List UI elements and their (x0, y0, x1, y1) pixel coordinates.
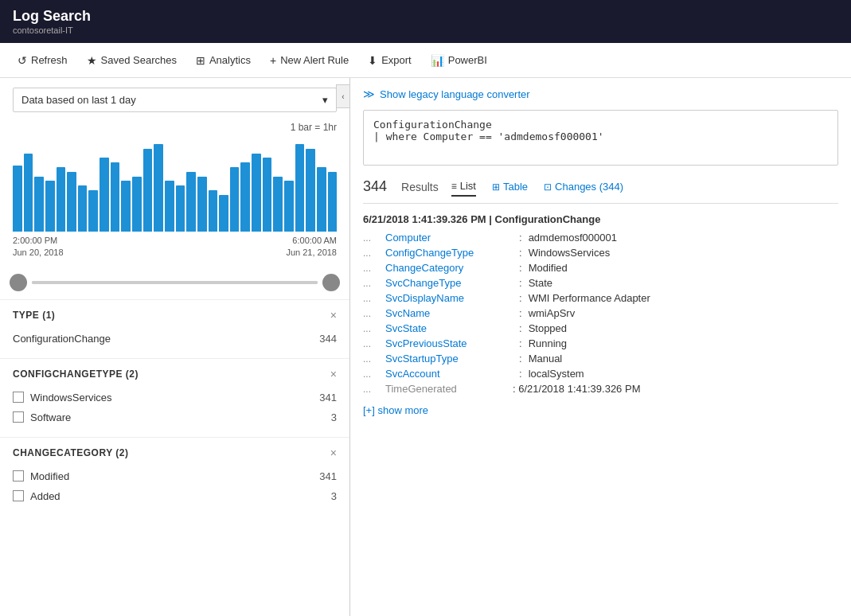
field-dots: ... (363, 338, 385, 349)
show-more-link[interactable]: [+] show more (363, 404, 838, 416)
chart-bar (209, 190, 218, 232)
export-button[interactable]: ⬇ Export (360, 50, 420, 71)
results-header: 344 Results ≡List⊞Table⊡Changes (344) (363, 177, 838, 204)
field-value: State (529, 277, 552, 289)
field-name[interactable]: SvcState (385, 322, 513, 334)
field-dots: ... (363, 248, 385, 259)
results-tabs: ≡List⊞Table⊡Changes (344) (451, 177, 623, 197)
field-value: Manual (529, 353, 563, 365)
field-name[interactable]: SvcDisplayName (385, 292, 513, 304)
field-name[interactable]: SvcName (385, 307, 513, 319)
query-editor[interactable]: ConfigurationChange | where Computer == … (363, 110, 838, 166)
result-field: ...ConfigChangeType:WindowsServices (363, 245, 838, 260)
star-icon: ★ (87, 54, 97, 67)
chart-bar (121, 181, 131, 232)
filter-item-name[interactable]: Software (30, 411, 71, 423)
app-title: Log Search (13, 8, 838, 25)
date-selector[interactable]: Data based on last 1 day ▾ (13, 88, 337, 112)
result-field: ...SvcAccount:localSystem (363, 366, 838, 381)
field-value: admdemosf000001 (529, 232, 617, 244)
powerbi-button[interactable]: 📊 PowerBI (423, 50, 495, 71)
filter-row: Added3 (13, 486, 337, 506)
filter-checkbox[interactable] (13, 411, 24, 423)
filter-close-type[interactable]: × (330, 310, 337, 321)
filter-section-type: TYPE (1)×ConfigurationChange344 (0, 299, 349, 358)
field-dots: ... (363, 293, 385, 304)
field-dots: ... (363, 353, 385, 365)
chart-area: 1 bar = 1hr 2:00:00 PM Jun 20, 2018 6:00… (0, 122, 349, 266)
filter-checkbox[interactable] (13, 470, 24, 481)
powerbi-icon: 📊 (431, 54, 444, 67)
table-tab-icon: ⊞ (492, 181, 500, 193)
field-value: wmiApSrv (529, 307, 576, 319)
chart-bar (132, 177, 142, 232)
tab-list[interactable]: ≡List (451, 177, 476, 197)
field-name[interactable]: SvcPreviousState (385, 337, 513, 349)
range-track (32, 281, 318, 284)
field-name[interactable]: ConfigChangeType (385, 247, 513, 259)
tab-changes[interactable]: ⊡Changes (344) (544, 177, 623, 196)
list-tab-icon: ≡ (451, 181, 457, 192)
range-slider[interactable] (0, 266, 349, 299)
changes-tab-icon: ⊡ (544, 181, 552, 193)
filter-section-changecategory: CHANGECATEGORY (2)×Modified341Added3 (0, 437, 349, 516)
result-field: ...SvcName:wmiApSrv (363, 306, 838, 321)
filter-row: ConfigurationChange344 (13, 329, 337, 349)
chart-bar (176, 185, 185, 232)
filter-checkbox[interactable] (13, 490, 24, 501)
range-fill (32, 281, 318, 284)
chart-bar (88, 190, 98, 232)
chart-bar (284, 181, 294, 232)
collapse-button[interactable]: ‹ (336, 84, 350, 108)
analytics-button[interactable]: ⊞ Analytics (188, 50, 259, 71)
field-name[interactable]: Computer (385, 232, 513, 244)
chart-bar (186, 172, 196, 232)
field-name: TimeGenerated (385, 383, 513, 395)
filter-item-name[interactable]: Added (30, 490, 61, 502)
result-header: 6/21/2018 1:41:39.326 PM | Configuration… (363, 213, 838, 225)
filter-item-count: 344 (319, 333, 337, 345)
field-dots: ... (363, 232, 385, 244)
chart-bar (295, 144, 305, 232)
chart-bar (252, 154, 261, 232)
field-name[interactable]: SvcStartupType (385, 353, 513, 365)
field-name[interactable]: SvcAccount (385, 368, 513, 380)
result-field: ...Computer:admdemosf000001 (363, 230, 838, 245)
field-dots: ... (363, 308, 385, 319)
legacy-converter-link[interactable]: ≫ Show legacy language converter (363, 88, 838, 100)
range-handle-left[interactable] (10, 274, 27, 291)
new-alert-button[interactable]: + New Alert Rule (262, 50, 357, 71)
field-value: Running (529, 337, 567, 349)
refresh-icon: ↺ (18, 54, 27, 67)
result-field: ...SvcPreviousState:Running (363, 336, 838, 351)
field-name[interactable]: ChangeCategory (385, 262, 513, 274)
filter-item-name[interactable]: Modified (30, 470, 69, 482)
chart-bar (306, 149, 315, 232)
toolbar: ↺ Refresh ★ Saved Searches ⊞ Analytics +… (0, 43, 851, 78)
chart-bar (67, 172, 76, 232)
filter-close-changecategory[interactable]: × (330, 447, 337, 458)
result-field: ...ChangeCategory:Modified (363, 260, 838, 275)
chart-bar (219, 195, 228, 232)
tab-table[interactable]: ⊞Table (492, 177, 528, 196)
field-name[interactable]: SvcChangeType (385, 277, 513, 289)
filter-section-configchangetype: CONFIGCHANGETYPE (2)×WindowsServices341S… (0, 358, 349, 437)
chart-bar (24, 154, 33, 232)
chart-bar (57, 167, 66, 232)
filter-title-changecategory: CHANGECATEGORY (2) (13, 447, 128, 458)
field-dots: ... (363, 323, 385, 334)
chart-bar (165, 181, 174, 232)
field-value: localSystem (529, 368, 584, 380)
plus-icon: + (270, 54, 276, 67)
field-value: Modified (529, 262, 568, 274)
filter-checkbox[interactable] (13, 392, 24, 403)
refresh-button[interactable]: ↺ Refresh (10, 50, 76, 71)
filter-item-name[interactable]: WindowsServices (30, 392, 112, 404)
range-handle-right[interactable] (322, 274, 340, 291)
filter-close-configchangetype[interactable]: × (330, 368, 337, 380)
field-value: Stopped (529, 322, 567, 334)
filter-sections: TYPE (1)×ConfigurationChange344CONFIGCHA… (0, 299, 349, 516)
result-field: ...SvcDisplayName:WMI Performance Adapte… (363, 290, 838, 306)
saved-searches-button[interactable]: ★ Saved Searches (79, 50, 185, 71)
app-header: Log Search contosoretail-IT (0, 0, 851, 43)
